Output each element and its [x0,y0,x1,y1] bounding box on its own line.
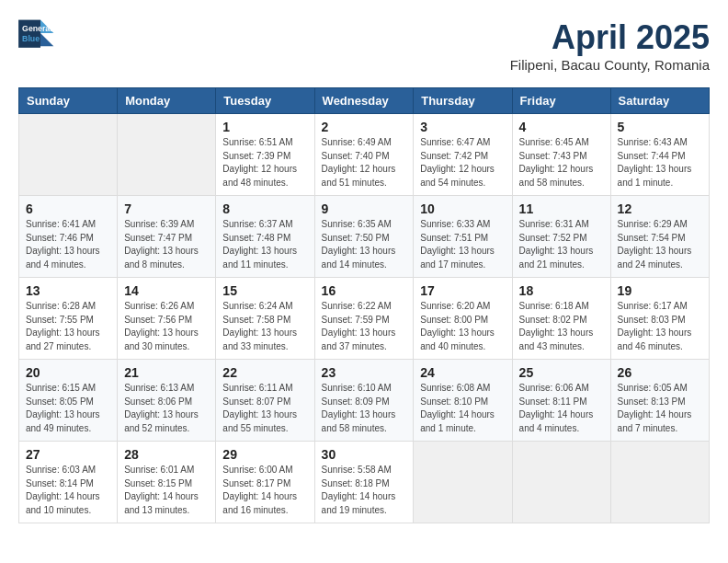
calendar-cell [512,442,610,523]
day-info: Sunrise: 6:06 AM Sunset: 8:11 PM Dayligh… [519,382,604,435]
day-info: Sunrise: 6:03 AM Sunset: 8:14 PM Dayligh… [26,464,110,517]
day-number: 29 [222,447,307,462]
day-number: 5 [618,120,702,134]
day-number: 26 [618,365,702,380]
day-info: Sunrise: 6:37 AM Sunset: 7:48 PM Dayligh… [222,218,307,271]
week-row-1: 1Sunrise: 6:51 AM Sunset: 7:39 PM Daylig… [19,114,710,196]
week-row-4: 20Sunrise: 6:15 AM Sunset: 8:05 PM Dayli… [19,360,710,442]
calendar-cell [19,114,118,196]
calendar-cell: 28Sunrise: 6:01 AM Sunset: 8:15 PM Dayli… [118,442,216,523]
calendar-title: April 2025 [510,18,710,57]
day-info: Sunrise: 6:01 AM Sunset: 8:15 PM Dayligh… [124,464,209,517]
weekday-header-row: SundayMondayTuesdayWednesdayThursdayFrid… [19,88,710,114]
day-number: 21 [124,365,209,380]
day-number: 1 [222,120,307,134]
calendar-cell: 11Sunrise: 6:31 AM Sunset: 7:52 PM Dayli… [512,196,610,278]
day-number: 27 [26,447,110,462]
calendar-cell: 24Sunrise: 6:08 AM Sunset: 8:10 PM Dayli… [414,360,512,442]
weekday-header-wednesday: Wednesday [314,88,414,114]
day-number: 6 [26,201,110,216]
svg-text:Blue: Blue [22,34,40,43]
day-number: 22 [222,365,307,380]
day-info: Sunrise: 6:00 AM Sunset: 8:17 PM Dayligh… [222,464,307,517]
day-info: Sunrise: 5:58 AM Sunset: 8:18 PM Dayligh… [322,464,407,517]
day-info: Sunrise: 6:18 AM Sunset: 8:02 PM Dayligh… [519,300,604,353]
day-info: Sunrise: 6:39 AM Sunset: 7:47 PM Dayligh… [124,218,209,271]
day-info: Sunrise: 6:08 AM Sunset: 8:10 PM Dayligh… [420,382,505,435]
weekday-header-monday: Monday [118,88,216,114]
svg-text:General: General [22,24,52,33]
calendar-cell [414,442,512,523]
calendar-cell: 5Sunrise: 6:43 AM Sunset: 7:44 PM Daylig… [610,114,709,196]
title-block: April 2025 Filipeni, Bacau County, Roman… [510,18,710,73]
day-info: Sunrise: 6:33 AM Sunset: 7:51 PM Dayligh… [420,218,505,271]
day-info: Sunrise: 6:31 AM Sunset: 7:52 PM Dayligh… [519,218,604,271]
day-info: Sunrise: 6:05 AM Sunset: 8:13 PM Dayligh… [618,382,702,435]
day-number: 8 [222,201,307,216]
calendar-cell: 14Sunrise: 6:26 AM Sunset: 7:56 PM Dayli… [118,278,216,360]
weekday-header-sunday: Sunday [19,88,118,114]
day-info: Sunrise: 6:43 AM Sunset: 7:44 PM Dayligh… [618,136,702,190]
day-number: 20 [26,365,110,380]
calendar-cell: 9Sunrise: 6:35 AM Sunset: 7:50 PM Daylig… [314,196,414,278]
week-row-5: 27Sunrise: 6:03 AM Sunset: 8:14 PM Dayli… [19,442,710,523]
calendar-cell: 6Sunrise: 6:41 AM Sunset: 7:46 PM Daylig… [19,196,118,278]
day-info: Sunrise: 6:41 AM Sunset: 7:46 PM Dayligh… [26,218,110,271]
day-info: Sunrise: 6:29 AM Sunset: 7:54 PM Dayligh… [618,218,702,271]
day-number: 25 [519,365,604,380]
day-number: 13 [26,283,110,298]
day-info: Sunrise: 6:49 AM Sunset: 7:40 PM Dayligh… [322,136,407,190]
calendar-cell: 8Sunrise: 6:37 AM Sunset: 7:48 PM Daylig… [216,196,314,278]
day-info: Sunrise: 6:24 AM Sunset: 7:58 PM Dayligh… [222,300,307,353]
day-number: 12 [618,201,702,216]
logo-icon: General Blue [18,18,55,51]
calendar-cell: 12Sunrise: 6:29 AM Sunset: 7:54 PM Dayli… [610,196,709,278]
calendar-cell: 29Sunrise: 6:00 AM Sunset: 8:17 PM Dayli… [216,442,314,523]
weekday-header-friday: Friday [512,88,610,114]
day-number: 28 [124,447,209,462]
day-number: 7 [124,201,209,216]
day-number: 30 [322,447,407,462]
calendar-cell: 18Sunrise: 6:18 AM Sunset: 8:02 PM Dayli… [512,278,610,360]
calendar-cell: 7Sunrise: 6:39 AM Sunset: 7:47 PM Daylig… [118,196,216,278]
day-info: Sunrise: 6:15 AM Sunset: 8:05 PM Dayligh… [26,382,110,435]
day-number: 18 [519,283,604,298]
calendar-cell: 27Sunrise: 6:03 AM Sunset: 8:14 PM Dayli… [19,442,118,523]
calendar-cell [610,442,709,523]
calendar-cell: 30Sunrise: 5:58 AM Sunset: 8:18 PM Dayli… [314,442,414,523]
calendar-cell: 19Sunrise: 6:17 AM Sunset: 8:03 PM Dayli… [610,278,709,360]
day-info: Sunrise: 6:13 AM Sunset: 8:06 PM Dayligh… [124,382,209,435]
day-number: 16 [322,283,407,298]
calendar-cell: 25Sunrise: 6:06 AM Sunset: 8:11 PM Dayli… [512,360,610,442]
logo: General Blue [18,18,59,51]
calendar-cell: 13Sunrise: 6:28 AM Sunset: 7:55 PM Dayli… [19,278,118,360]
calendar-cell [118,114,216,196]
calendar-cell: 1Sunrise: 6:51 AM Sunset: 7:39 PM Daylig… [216,114,314,196]
page: General Blue April 2025 Filipeni, Bacau … [0,0,728,542]
weekday-header-tuesday: Tuesday [216,88,314,114]
calendar-cell: 21Sunrise: 6:13 AM Sunset: 8:06 PM Dayli… [118,360,216,442]
week-row-2: 6Sunrise: 6:41 AM Sunset: 7:46 PM Daylig… [19,196,710,278]
calendar-cell: 20Sunrise: 6:15 AM Sunset: 8:05 PM Dayli… [19,360,118,442]
calendar-cell: 3Sunrise: 6:47 AM Sunset: 7:42 PM Daylig… [414,114,512,196]
day-info: Sunrise: 6:45 AM Sunset: 7:43 PM Dayligh… [519,136,604,190]
week-row-3: 13Sunrise: 6:28 AM Sunset: 7:55 PM Dayli… [19,278,710,360]
day-number: 19 [618,283,702,298]
weekday-header-thursday: Thursday [414,88,512,114]
day-info: Sunrise: 6:26 AM Sunset: 7:56 PM Dayligh… [124,300,209,353]
day-number: 17 [420,283,505,298]
day-number: 14 [124,283,209,298]
day-number: 15 [222,283,307,298]
header: General Blue April 2025 Filipeni, Bacau … [18,18,710,73]
day-number: 11 [519,201,604,216]
day-info: Sunrise: 6:17 AM Sunset: 8:03 PM Dayligh… [618,300,702,353]
day-number: 2 [322,120,407,134]
day-info: Sunrise: 6:22 AM Sunset: 7:59 PM Dayligh… [322,300,407,353]
calendar-cell: 15Sunrise: 6:24 AM Sunset: 7:58 PM Dayli… [216,278,314,360]
day-number: 9 [322,201,407,216]
weekday-header-saturday: Saturday [610,88,709,114]
day-number: 4 [519,120,604,134]
calendar-cell: 10Sunrise: 6:33 AM Sunset: 7:51 PM Dayli… [414,196,512,278]
calendar-cell: 17Sunrise: 6:20 AM Sunset: 8:00 PM Dayli… [414,278,512,360]
day-info: Sunrise: 6:20 AM Sunset: 8:00 PM Dayligh… [420,300,505,353]
